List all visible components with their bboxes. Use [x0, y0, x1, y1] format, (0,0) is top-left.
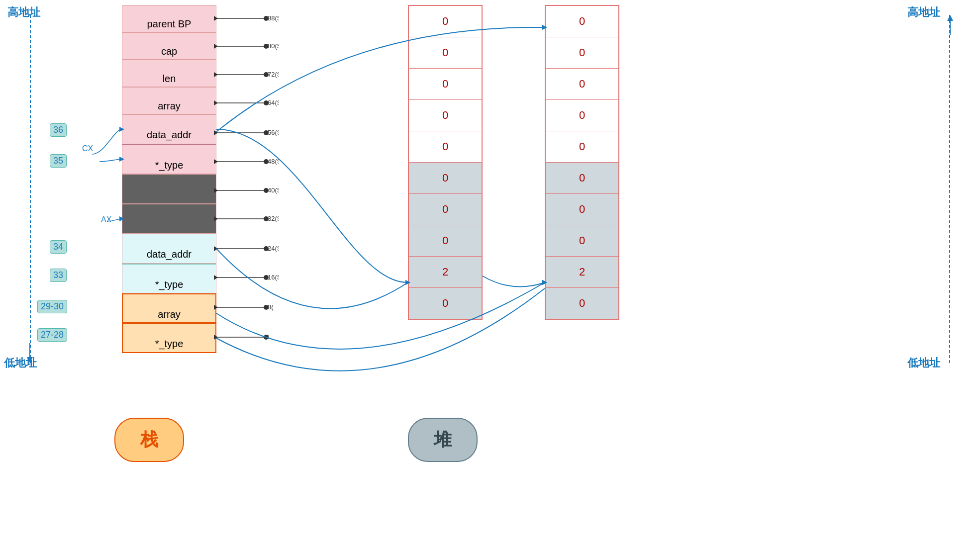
- addr-34: 34: [50, 240, 67, 254]
- heap2-cell-8: 2: [546, 257, 618, 288]
- stack-cell-parent-bp: parent BP: [122, 5, 216, 32]
- svg-text:32(SP): 32(SP): [268, 215, 279, 222]
- sp-64-arrow: 64(SP): [214, 98, 279, 108]
- cell-label-data-addr-top: data_addr: [147, 129, 192, 140]
- stack-cell-data-addr-top: data_addr: [122, 114, 216, 144]
- addr-29-30: 29-30: [37, 300, 67, 313]
- right-axis-arrow-up: [945, 15, 955, 35]
- sp-56-arrow: 56(SP): [214, 128, 279, 138]
- sp-88-arrow: 88(SP): [214, 13, 279, 23]
- stack-cell-gray2: [122, 204, 216, 234]
- heap1-cell-3: 0: [409, 100, 482, 131]
- sp-24-arrow: 24(SP): [214, 244, 279, 254]
- svg-marker-35: [214, 246, 218, 251]
- heap-col-2: 0 0 0 0 0 0 0 0 2 0: [545, 5, 619, 320]
- cell-label-type-bot: *_type: [155, 279, 184, 290]
- addr-33: 33: [50, 269, 67, 282]
- stack-cell-type-top: *_type: [122, 144, 216, 174]
- cell-label-type-bot2: *_type: [155, 338, 184, 349]
- stack-cell-cap: cap: [122, 32, 216, 60]
- sp-80-arrow: 80(SP): [214, 41, 279, 51]
- svg-marker-19: [214, 130, 218, 135]
- svg-text:24(SP): 24(SP): [268, 245, 279, 252]
- heap2-cell-4: 0: [546, 131, 618, 163]
- sp-16-arrow: 16(SP): [214, 273, 279, 282]
- addr-36: 36: [50, 123, 67, 137]
- heap2-cell-6: 0: [546, 194, 618, 225]
- heap1-cell-4: 0: [409, 131, 482, 163]
- heap2-cell-1: 0: [546, 37, 618, 69]
- sp-arrow: SP: [214, 332, 269, 342]
- heap1-cell-6: 0: [409, 194, 482, 225]
- svg-marker-23: [214, 159, 218, 164]
- heap1-cell-9: 0: [409, 288, 482, 319]
- stack-cell-array-top: array: [122, 87, 216, 114]
- sp-8-arrow: 8(SP): [214, 302, 274, 312]
- stack-cell-data-addr-bot: data_addr: [122, 234, 216, 264]
- heap-col-1: 0 0 0 0 0 0 0 0 2 0: [408, 5, 483, 320]
- svg-marker-31: [214, 216, 218, 221]
- svg-text:80(SP): 80(SP): [268, 42, 279, 50]
- heap1-cell-8: 2: [409, 257, 482, 288]
- svg-marker-27: [214, 188, 218, 193]
- heap1-cell-1: 0: [409, 37, 482, 69]
- svg-marker-3: [214, 16, 218, 21]
- cell-label-len: len: [163, 73, 176, 84]
- cell-label-parent-bp: parent BP: [147, 18, 192, 29]
- left-axis-line: [30, 15, 31, 363]
- sp-32-arrow: 32(SP): [214, 214, 279, 224]
- svg-text:SP: SP: [268, 333, 269, 341]
- cell-label-data-addr-bot: data_addr: [147, 249, 192, 260]
- svg-marker-39: [214, 275, 218, 280]
- svg-text:48(SP): 48(SP): [268, 158, 279, 165]
- svg-marker-1: [27, 357, 33, 363]
- heap-label: 堆: [408, 418, 478, 462]
- heap1-cell-0: 0: [409, 6, 482, 37]
- svg-text:72(SP): 72(SP): [268, 71, 279, 78]
- heap2-cell-7: 0: [546, 225, 618, 257]
- stack-cell-type-bot: *_type: [122, 264, 216, 293]
- stack-cell-gray1: [122, 174, 216, 204]
- svg-text:8(SP): 8(SP): [268, 303, 274, 311]
- svg-text:64(SP): 64(SP): [268, 99, 279, 106]
- high-addr-right: 高地址: [907, 5, 940, 20]
- cell-label-cap: cap: [161, 46, 177, 57]
- svg-text:88(SP): 88(SP): [268, 14, 279, 22]
- cx-label: CX: [82, 144, 93, 153]
- sp-72-arrow: 72(SP): [214, 70, 279, 80]
- sp-48-arrow: 48(SP): [214, 157, 279, 167]
- svg-marker-7: [214, 44, 218, 49]
- heap2-cell-5: 0: [546, 163, 618, 194]
- stack-cell-array-bot: array: [122, 293, 216, 323]
- heap2-cell-0: 0: [546, 6, 618, 37]
- left-axis-arrow: [25, 343, 35, 363]
- addr-35: 35: [50, 154, 67, 168]
- diagram: 高地址 低地址 36 35 34 33 29-30 27-28 CX AX pa…: [0, 0, 980, 552]
- addr-27-28: 27-28: [37, 328, 67, 342]
- stack-label: 栈: [114, 418, 184, 462]
- svg-text:40(SP): 40(SP): [268, 186, 279, 194]
- heap2-cell-3: 0: [546, 100, 618, 131]
- heap1-cell-7: 0: [409, 225, 482, 257]
- ax-label: AX: [101, 215, 111, 224]
- high-addr-left: 高地址: [7, 5, 40, 20]
- svg-marker-15: [214, 100, 218, 105]
- cell-label-array-top: array: [158, 100, 181, 111]
- stack-cell-len: len: [122, 60, 216, 87]
- sp-40-arrow: 40(SP): [214, 185, 279, 195]
- right-axis-line: [949, 15, 950, 363]
- svg-marker-43: [214, 305, 218, 310]
- svg-marker-47: [214, 335, 218, 340]
- heap1-cell-2: 0: [409, 69, 482, 100]
- svg-text:16(SP): 16(SP): [268, 274, 279, 281]
- stack-cell-type-bot2: *_type: [122, 323, 216, 353]
- low-addr-right: 低地址: [907, 356, 940, 370]
- cell-label-array-bot: array: [158, 309, 181, 320]
- heap2-cell-2: 0: [546, 69, 618, 100]
- cell-label-type-top: *_type: [155, 160, 184, 171]
- svg-marker-11: [214, 72, 218, 77]
- heap2-cell-9: 0: [546, 288, 618, 319]
- svg-text:56(SP): 56(SP): [268, 129, 279, 136]
- svg-marker-50: [947, 15, 953, 21]
- heap1-cell-5: 0: [409, 163, 482, 194]
